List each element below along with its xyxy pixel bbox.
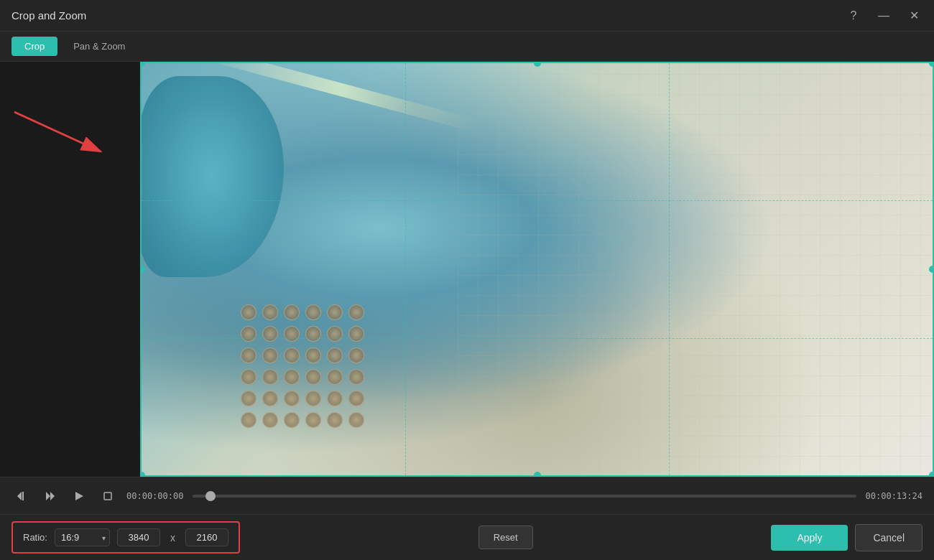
tab-crop[interactable]: Crop — [11, 37, 57, 56]
dialog-title: Crop and Zoom — [11, 9, 86, 22]
left-panel — [0, 62, 140, 477]
glove-visual — [140, 76, 284, 277]
svg-marker-2 — [17, 492, 22, 500]
video-preview[interactable] — [140, 62, 934, 477]
time-end: 00:00:13:24 — [865, 491, 923, 501]
svg-marker-4 — [50, 492, 55, 500]
frame-forward-icon — [45, 490, 56, 502]
step-back-button[interactable] — [11, 486, 32, 506]
crop-frame-button[interactable] — [98, 486, 118, 506]
transport-bar: 00:00:00:00 00:00:13:24 — [0, 477, 934, 514]
title-bar-controls: ? — ✕ — [845, 7, 923, 24]
cancel-button[interactable]: Cancel — [855, 524, 923, 551]
play-button[interactable] — [69, 486, 89, 506]
svg-rect-3 — [22, 492, 24, 500]
step-back-icon — [16, 490, 27, 502]
tab-bar: Crop Pan & Zoom — [0, 32, 934, 62]
mesh-overlay — [458, 62, 934, 477]
ratio-dropdown-wrapper: 16:9 4:3 1:1 9:16 Custom — [55, 528, 110, 546]
frame-forward-button[interactable] — [40, 486, 60, 506]
settings-bar: Ratio: 16:9 4:3 1:1 9:16 Custom x Reset … — [0, 514, 934, 560]
ratio-section: Ratio: 16:9 4:3 1:1 9:16 Custom x — [11, 521, 240, 554]
svg-rect-7 — [104, 493, 111, 500]
video-frame — [140, 62, 934, 477]
close-icon: ✕ — [910, 9, 919, 22]
timeline-playhead[interactable] — [205, 491, 216, 501]
microplate-visual — [241, 304, 471, 448]
height-input[interactable] — [185, 528, 228, 546]
reset-button[interactable]: Reset — [478, 526, 533, 549]
help-icon: ? — [851, 9, 857, 22]
svg-line-1 — [14, 112, 101, 151]
arrow-indicator — [7, 98, 115, 169]
timeline-track[interactable] — [193, 495, 856, 498]
ratio-select[interactable]: 16:9 4:3 1:1 9:16 Custom — [55, 528, 110, 546]
minimize-icon: — — [878, 9, 889, 22]
close-button[interactable]: ✕ — [905, 7, 923, 24]
svg-marker-5 — [46, 492, 50, 500]
ratio-label: Ratio: — [23, 532, 47, 543]
title-bar-left: Crop and Zoom — [11, 9, 86, 22]
title-bar: Crop and Zoom ? — ✕ — [0, 0, 934, 32]
svg-marker-6 — [75, 492, 83, 500]
play-icon — [74, 491, 84, 501]
tab-pan-zoom[interactable]: Pan & Zoom — [60, 37, 138, 56]
time-current: 00:00:00:00 — [126, 491, 184, 501]
crop-frame-icon — [102, 490, 114, 502]
width-input[interactable] — [117, 528, 160, 546]
dimension-separator: x — [167, 532, 178, 543]
action-buttons: Apply Cancel — [771, 524, 923, 551]
minimize-button[interactable]: — — [875, 7, 892, 24]
main-content — [0, 62, 934, 477]
apply-button[interactable]: Apply — [771, 525, 848, 551]
help-button[interactable]: ? — [845, 7, 862, 24]
